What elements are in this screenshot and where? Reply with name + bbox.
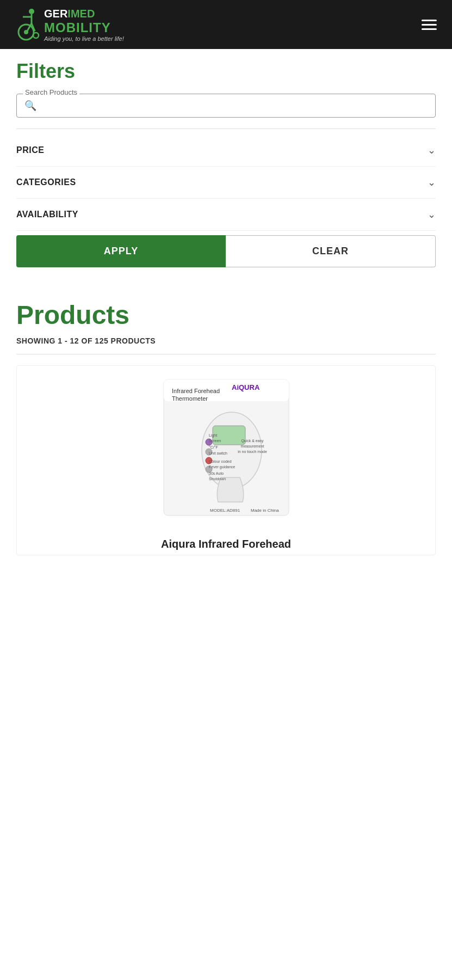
- apply-button[interactable]: APPLY: [16, 235, 226, 267]
- logo-imed: IMED: [67, 8, 95, 20]
- svg-point-6: [24, 30, 28, 34]
- products-heading: Products: [16, 300, 436, 330]
- svg-text:Infrared Forehead: Infrared Forehead: [172, 388, 220, 394]
- svg-text:Screen: Screen: [209, 439, 221, 443]
- svg-text:30s Auto: 30s Auto: [209, 471, 224, 475]
- svg-text:Made in China: Made in China: [251, 508, 279, 513]
- svg-text:Thermometer: Thermometer: [172, 395, 208, 402]
- availability-filter-row[interactable]: AVAILABILITY ⌄: [16, 199, 436, 231]
- price-label: PRICE: [16, 145, 44, 155]
- logo-mobility: MOBILITY: [44, 20, 124, 35]
- logo-icon: [11, 7, 41, 42]
- showing-count-text: SHOWING 1 - 12 OF 125 PRODUCTS: [16, 336, 436, 345]
- svg-text:in no touch mode: in no touch mode: [238, 450, 267, 454]
- svg-text:AiQURA: AiQURA: [232, 383, 260, 391]
- filters-section: Filters Search Products 🔍 PRICE ⌄ CATEGO…: [0, 49, 452, 295]
- search-wrapper: Search Products 🔍: [16, 94, 436, 118]
- search-icon: 🔍: [24, 100, 36, 112]
- categories-label: CATEGORIES: [16, 177, 76, 187]
- svg-text:°C/°F: °C/°F: [209, 445, 218, 449]
- svg-point-0: [29, 9, 34, 14]
- svg-text:Shutdown: Shutdown: [209, 477, 226, 481]
- svg-text:Colour coded: Colour coded: [209, 460, 232, 463]
- search-label: Search Products: [23, 88, 79, 96]
- hamburger-line-1: [422, 20, 437, 21]
- price-filter-row[interactable]: PRICE ⌄: [16, 134, 436, 167]
- filter-divider-top: [16, 128, 436, 129]
- search-container: 🔍: [16, 94, 436, 118]
- site-header: GER IMED MOBILITY Aiding you, to live a …: [0, 0, 452, 49]
- categories-chevron-icon: ⌄: [428, 176, 436, 188]
- hamburger-line-3: [422, 28, 437, 30]
- logo-ger: GER: [44, 8, 67, 20]
- availability-label: AVAILABILITY: [16, 210, 78, 219]
- svg-text:Quick & easy: Quick & easy: [241, 439, 264, 443]
- menu-button[interactable]: [417, 15, 441, 34]
- search-input[interactable]: [41, 101, 428, 111]
- svg-text:measurement: measurement: [240, 444, 264, 448]
- products-section: Products SHOWING 1 - 12 OF 125 PRODUCTS …: [0, 295, 452, 572]
- product-title: Aiqura Infrared Forehead: [17, 529, 435, 555]
- svg-text:Fever guidance: Fever guidance: [209, 465, 235, 469]
- clear-button[interactable]: CLEAR: [226, 235, 436, 267]
- logo-tagline: Aiding you, to live a better life!: [44, 35, 124, 42]
- logo-text: GER IMED MOBILITY Aiding you, to live a …: [44, 8, 124, 42]
- products-divider: [16, 354, 436, 354]
- filters-heading: Filters: [16, 60, 436, 83]
- categories-filter-row[interactable]: CATEGORIES ⌄: [16, 167, 436, 199]
- product-card[interactable]: Infrared Forehead Thermometer AiQURA MOD…: [16, 365, 436, 555]
- logo[interactable]: GER IMED MOBILITY Aiding you, to live a …: [11, 7, 124, 42]
- availability-chevron-icon: ⌄: [428, 209, 436, 220]
- svg-text:Unit switch: Unit switch: [209, 451, 227, 455]
- svg-text:MODEL:AD891: MODEL:AD891: [210, 508, 240, 513]
- svg-point-7: [33, 33, 39, 38]
- svg-text:Light: Light: [209, 433, 217, 438]
- hamburger-line-2: [422, 24, 437, 26]
- price-chevron-icon: ⌄: [428, 144, 436, 156]
- product-image: Infrared Forehead Thermometer AiQURA MOD…: [161, 377, 292, 518]
- filter-buttons-container: APPLY CLEAR: [16, 235, 436, 267]
- product-image-container: Infrared Forehead Thermometer AiQURA MOD…: [17, 366, 435, 529]
